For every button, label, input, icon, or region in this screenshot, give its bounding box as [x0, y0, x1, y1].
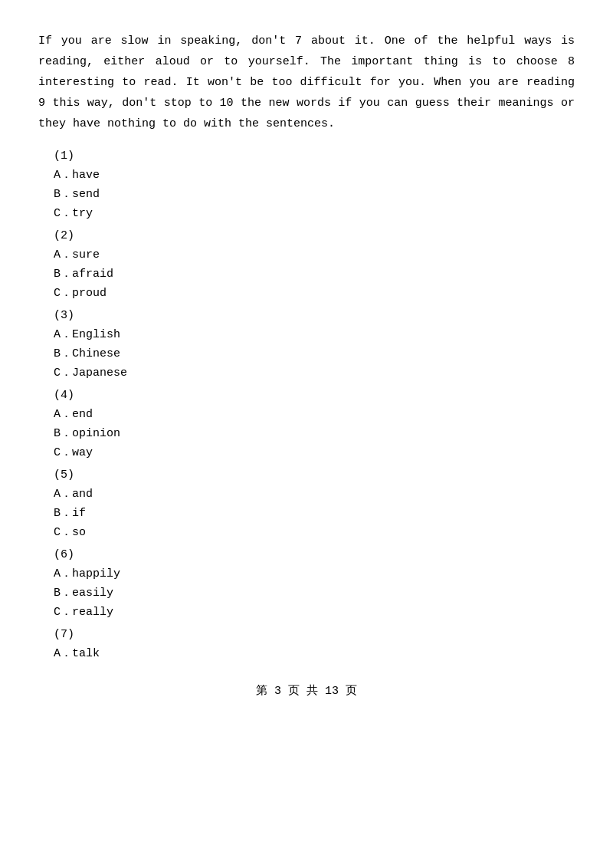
option-4-3: C．way [54, 445, 575, 459]
option-1-1: A．have [54, 167, 575, 182]
option-2-3: C．proud [54, 285, 575, 300]
question-number-6: (6) [54, 548, 575, 561]
question-group-2: (2)A．sureB．afraidC．proud [38, 229, 575, 300]
question-number-7: (7) [54, 628, 575, 641]
option-6-2: B．easily [54, 585, 575, 600]
option-2-2: B．afraid [54, 266, 575, 281]
option-6-3: C．really [54, 604, 575, 619]
option-1-2: B．send [54, 186, 575, 201]
question-group-5: (5)A．andB．ifC．so [38, 469, 575, 539]
question-number-2: (2) [54, 229, 575, 242]
question-number-4: (4) [54, 389, 575, 402]
question-number-5: (5) [54, 469, 575, 482]
option-2-1: A．sure [54, 247, 575, 261]
question-group-3: (3)A．EnglishB．ChineseC．Japanese [38, 309, 575, 380]
option-5-2: B．if [54, 505, 575, 520]
option-5-1: A．and [54, 486, 575, 501]
question-number-3: (3) [54, 309, 575, 322]
page-footer: 第 3 页 共 13 页 [38, 683, 575, 698]
passage-text: If you are slow in speaking, don't 7 abo… [38, 31, 575, 134]
questions-container: (1)A．haveB．sendC．try(2)A．sureB．afraidC．p… [38, 150, 575, 660]
question-group-4: (4)A．endB．opinionC．way [38, 389, 575, 459]
question-group-6: (6)A．happilyB．easilyC．really [38, 548, 575, 619]
question-group-7: (7)A．talk [38, 628, 575, 660]
option-1-3: C．try [54, 205, 575, 220]
option-3-3: C．Japanese [54, 365, 575, 380]
option-3-1: A．English [54, 327, 575, 341]
question-number-1: (1) [54, 150, 575, 163]
option-3-2: B．Chinese [54, 346, 575, 360]
option-4-2: B．opinion [54, 426, 575, 440]
option-7-1: A．talk [54, 646, 575, 660]
option-4-1: A．end [54, 406, 575, 421]
question-group-1: (1)A．haveB．sendC．try [38, 150, 575, 220]
option-6-1: A．happily [54, 566, 575, 580]
option-5-3: C．so [54, 524, 575, 539]
